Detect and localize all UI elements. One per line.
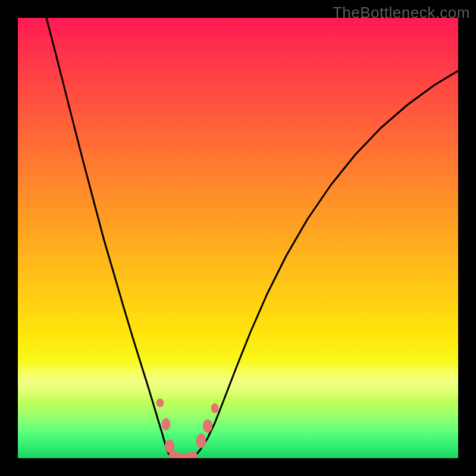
curve-marker [176,453,189,458]
curve-marker [203,419,212,433]
watermark-text: TheBottleneck.com [333,4,470,22]
curve-marker [187,452,198,458]
curve-right-branch [180,71,458,458]
curve-left-branch [46,18,180,458]
curve-marker [169,451,178,458]
curve-marker [156,399,164,407]
chart-frame: TheBottleneck.com [0,0,476,476]
curve-marker [162,418,170,430]
marker-group [156,399,218,458]
plot-area [18,18,458,458]
curve-marker [211,403,218,413]
chart-svg [18,18,458,458]
light-band [18,360,458,402]
curve-marker [165,440,174,453]
bottleneck-curve [46,18,458,458]
curve-marker [196,434,206,448]
